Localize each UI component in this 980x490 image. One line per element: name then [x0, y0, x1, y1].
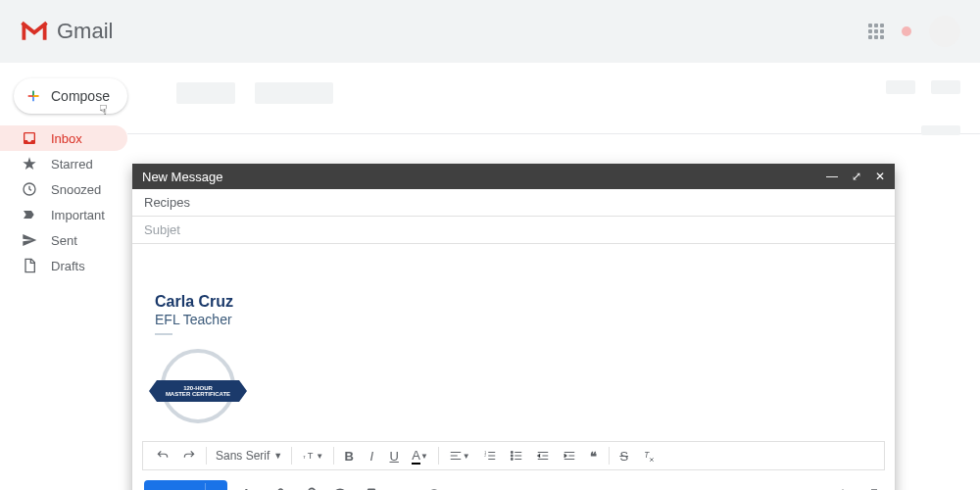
quote-icon[interactable]: ❝	[584, 446, 604, 466]
bullet-list-icon[interactable]	[505, 446, 528, 466]
sidebar-item-drafts[interactable]: Drafts	[0, 253, 127, 278]
compose-button[interactable]: Compose	[14, 78, 127, 114]
gmail-logo[interactable]: Gmail	[20, 19, 113, 44]
expand-icon[interactable]: ⤢	[852, 171, 861, 182]
sidebar-item-starred[interactable]: Starred	[0, 151, 127, 176]
compose-body[interactable]: Carla Cruz EFL Teacher BridgeTEFL 120-HO…	[132, 244, 895, 441]
sidebar-item-sent[interactable]: Sent	[0, 227, 127, 253]
sidebar-item-label: Drafts	[51, 259, 85, 273]
compose-window: New Message — ⤢ ✕ Recipes Subjet Carla C…	[132, 164, 895, 490]
redo-icon[interactable]	[177, 446, 201, 466]
send-button[interactable]: send	[144, 480, 205, 490]
close-icon[interactable]: ✕	[875, 171, 885, 182]
format-toolbar: Sans Serif▼ тT▼ B I U A▼ ▼ 12 ❝ S T	[142, 441, 885, 470]
account-avatar[interactable]	[929, 16, 960, 47]
strikethrough-icon[interactable]: S	[614, 446, 634, 466]
align-icon[interactable]: ▼	[444, 446, 475, 466]
sidebar-item-label: Important	[51, 208, 105, 222]
inbox-icon	[22, 130, 37, 146]
important-icon	[22, 207, 37, 222]
indent-more-icon[interactable]	[558, 446, 581, 466]
signature-title: EFL Teacher	[155, 312, 877, 327]
svg-point-7	[511, 459, 513, 461]
compose-bottom-bar: send ▼ A	[132, 470, 895, 490]
compose-titlebar[interactable]: New Message — ⤢ ✕	[132, 164, 895, 189]
undo-icon[interactable]	[151, 446, 174, 466]
sidebar-item-label: Sent	[51, 233, 77, 248]
sidebar-item-label: Inbox	[51, 131, 82, 146]
svg-text:2: 2	[484, 454, 486, 458]
numbered-list-icon[interactable]: 12	[478, 446, 502, 466]
svg-text:T: T	[308, 451, 314, 461]
send-button-group: send ▼	[144, 480, 227, 490]
send-options-dropdown[interactable]: ▼	[205, 483, 227, 491]
remove-format-icon[interactable]: T	[637, 446, 661, 466]
star-icon	[22, 156, 37, 172]
svg-point-6	[511, 455, 513, 457]
signature-name: Carla Cruz	[155, 293, 877, 311]
gmail-m-icon	[20, 20, 49, 43]
sent-icon	[22, 232, 37, 248]
app-header: Gmail	[0, 0, 980, 63]
sidebar-item-inbox[interactable]: Inbox	[0, 125, 127, 151]
compose-title: New Message	[142, 170, 222, 184]
sidebar-item-label: Snoozed	[51, 182, 101, 197]
italic-icon[interactable]: I	[362, 446, 381, 466]
recipients-field[interactable]: Recipes	[132, 189, 895, 217]
underline-icon[interactable]: U	[384, 446, 404, 466]
indent-less-icon[interactable]	[531, 446, 555, 466]
bold-icon[interactable]: B	[339, 446, 359, 466]
svg-point-5	[511, 452, 513, 454]
email-signature: Carla Cruz EFL Teacher BridgeTEFL 120-HO…	[155, 293, 877, 429]
sidebar: Compose Inbox Starred Snoozed Important …	[0, 63, 127, 490]
sidebar-item-snoozed[interactable]: Snoozed	[0, 176, 127, 202]
sidebar-item-label: Starred	[51, 157, 93, 172]
apps-grid-icon[interactable]	[868, 24, 884, 39]
drafts-icon	[22, 258, 37, 273]
svg-text:т: т	[303, 454, 306, 460]
text-color-icon[interactable]: A▼	[407, 445, 433, 467]
header-actions	[868, 16, 960, 47]
notification-dot[interactable]	[902, 26, 911, 36]
minimize-icon[interactable]: —	[826, 171, 838, 182]
compose-label: Compose	[51, 88, 110, 104]
svg-text:T: T	[644, 451, 650, 460]
clock-icon	[22, 181, 37, 197]
gmail-wordmark: Gmail	[57, 19, 113, 44]
certificate-badge: BridgeTEFL 120-HOUR MASTER CERTIFICATE	[155, 343, 241, 429]
sidebar-item-important[interactable]: Important	[0, 202, 127, 227]
content-area: New Message — ⤢ ✕ Recipes Subjet Carla C…	[127, 63, 980, 490]
font-size-icon[interactable]: тT▼	[297, 446, 328, 466]
font-family-select[interactable]: Sans Serif▼	[212, 449, 286, 463]
plus-icon	[25, 88, 41, 104]
subject-field[interactable]: Subjet	[132, 217, 895, 244]
